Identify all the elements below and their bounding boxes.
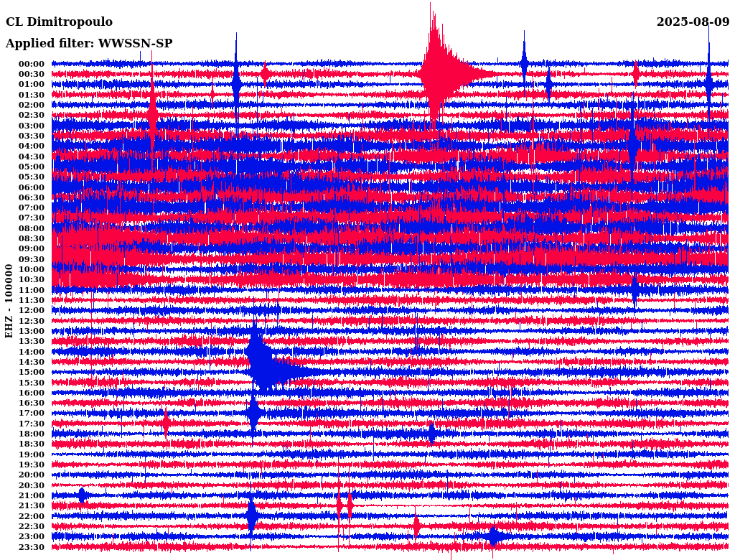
time-tick-label: 14:30 bbox=[0, 357, 45, 367]
time-tick-label: 16:30 bbox=[0, 398, 45, 408]
time-tick-label: 08:00 bbox=[0, 223, 45, 233]
time-tick-label: 09:30 bbox=[0, 254, 45, 264]
time-tick-label: 10:30 bbox=[0, 274, 45, 284]
applied-filter-label: Applied filter: WWSSN-SP bbox=[6, 37, 173, 50]
time-tick-label: 22:00 bbox=[0, 511, 45, 521]
time-tick-label: 12:00 bbox=[0, 305, 45, 315]
time-tick-label: 00:00 bbox=[0, 59, 45, 69]
time-tick-label: 06:00 bbox=[0, 182, 45, 192]
time-tick-label: 03:00 bbox=[0, 121, 45, 131]
helicorder-screen: CL Dimitropoulo Applied filter: WWSSN-SP… bbox=[0, 0, 735, 560]
time-tick-label: 15:30 bbox=[0, 378, 45, 388]
time-tick-label: 20:00 bbox=[0, 470, 45, 480]
time-tick-label: 17:00 bbox=[0, 408, 45, 418]
time-tick-label: 01:30 bbox=[0, 90, 45, 100]
time-tick-label: 07:30 bbox=[0, 213, 45, 223]
time-tick-label: 23:30 bbox=[0, 542, 45, 552]
time-tick-label: 05:30 bbox=[0, 172, 45, 182]
helicorder-canvas bbox=[0, 0, 735, 560]
time-tick-label: 02:30 bbox=[0, 110, 45, 120]
time-tick-label: 21:00 bbox=[0, 490, 45, 500]
time-tick-label: 04:30 bbox=[0, 151, 45, 162]
time-tick-label: 15:00 bbox=[0, 367, 45, 377]
time-tick-label: 09:00 bbox=[0, 243, 45, 253]
time-tick-label: 03:30 bbox=[0, 131, 45, 141]
time-tick-label: 04:00 bbox=[0, 141, 45, 151]
time-tick-label: 21:30 bbox=[0, 500, 45, 510]
time-tick-label: 11:00 bbox=[0, 285, 45, 295]
time-tick-label: 00:30 bbox=[0, 69, 45, 79]
time-tick-label: 07:00 bbox=[0, 202, 45, 213]
date-label: 2025-08-09 bbox=[657, 15, 730, 29]
time-tick-label: 20:30 bbox=[0, 480, 45, 490]
time-tick-label: 14:00 bbox=[0, 347, 45, 357]
time-tick-label: 13:30 bbox=[0, 336, 45, 346]
time-tick-label: 13:00 bbox=[0, 326, 45, 336]
time-tick-label: 08:30 bbox=[0, 233, 45, 243]
time-tick-label: 02:00 bbox=[0, 100, 45, 110]
time-tick-label: 17:30 bbox=[0, 419, 45, 429]
time-tick-label: 12:30 bbox=[0, 316, 45, 326]
time-tick-label: 22:30 bbox=[0, 521, 45, 531]
time-tick-label: 16:00 bbox=[0, 388, 45, 398]
time-tick-label: 18:30 bbox=[0, 439, 45, 449]
time-tick-label: 19:30 bbox=[0, 459, 45, 470]
time-tick-label: 05:00 bbox=[0, 162, 45, 172]
time-tick-label: 06:30 bbox=[0, 192, 45, 202]
time-tick-label: 10:00 bbox=[0, 264, 45, 274]
time-tick-label: 11:30 bbox=[0, 295, 45, 305]
time-tick-label: 18:00 bbox=[0, 429, 45, 439]
time-tick-label: 01:00 bbox=[0, 79, 45, 89]
time-tick-label: 23:00 bbox=[0, 531, 45, 541]
time-tick-label: 19:00 bbox=[0, 449, 45, 459]
station-title: CL Dimitropoulo bbox=[6, 15, 113, 29]
